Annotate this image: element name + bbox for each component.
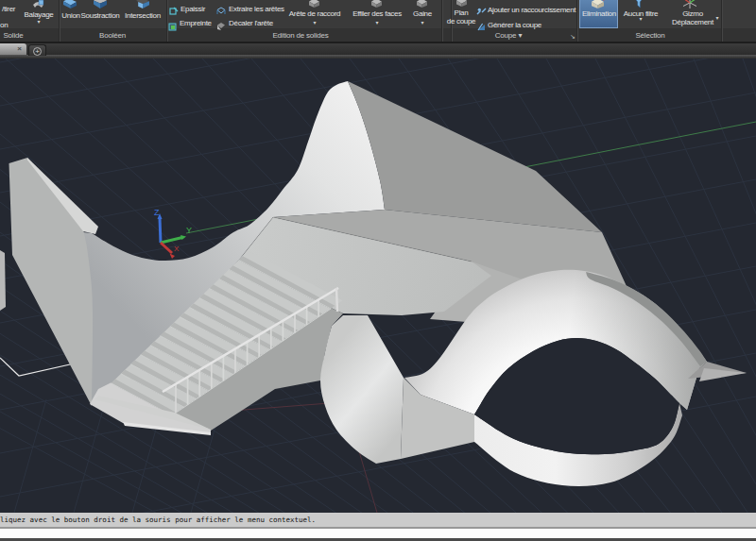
ribbon-group-separator bbox=[721, 0, 722, 42]
ribbon-group-title-text: Coupe bbox=[495, 31, 517, 40]
ribbon-group-title-text: Solide bbox=[3, 31, 23, 40]
ribbon-group-separator bbox=[576, 0, 577, 42]
gaine-icon bbox=[415, 0, 429, 12]
ribbon-group-separator bbox=[59, 0, 60, 42]
effiler-des-faces-icon bbox=[369, 0, 384, 12]
gizmo-icon bbox=[681, 0, 698, 14]
dropdown-arrow-icon[interactable]: ▾ bbox=[419, 21, 426, 25]
left-edge-solid-sliver bbox=[0, 250, 6, 311]
dropdown-arrow-icon[interactable]: ▾ bbox=[637, 17, 644, 21]
ribbon-group-title-text: Sélection bbox=[635, 31, 664, 40]
decaler-larete-icon bbox=[216, 18, 226, 35]
soustraction-icon bbox=[93, 0, 108, 13]
svg-text:X: X bbox=[174, 245, 180, 253]
ribbon: Solide/tireronBalayage▾BooléenUnionSoust… bbox=[0, 0, 756, 43]
ribbon-button-generer-la-coupe[interactable]: Générer la coupe bbox=[488, 21, 554, 29]
ribbon-button-ajouter-un-raccourcissement[interactable]: Ajouter un raccourcissement bbox=[488, 6, 577, 14]
intersection-icon bbox=[135, 0, 150, 13]
plan-de-coupe-icon bbox=[455, 0, 469, 11]
ribbon-button-extrusion[interactable]: on bbox=[0, 21, 13, 29]
aucun-filtre-icon bbox=[631, 0, 646, 13]
plus-icon: + bbox=[33, 47, 42, 56]
button-label-line2: Déplacement bbox=[669, 18, 716, 26]
dialog-launcher-icon[interactable]: ↘ bbox=[570, 33, 576, 40]
ribbon-button-extraire-les-aretes[interactable]: Extraire les arêtes bbox=[229, 5, 285, 13]
ribbon-button-decaler-larete[interactable]: Décaler l'arête bbox=[229, 19, 282, 27]
ribbon-group-title-booleen: Booléen bbox=[75, 30, 150, 42]
3d-viewport[interactable]: ZYX bbox=[0, 59, 756, 513]
ribbon-group-title-coupe[interactable]: Coupe ▾ bbox=[480, 30, 537, 42]
command-history-line: liquez avec le bouton droit de la souris… bbox=[0, 513, 756, 527]
generer-la-coupe-icon bbox=[476, 19, 487, 36]
arete-de-raccord-icon bbox=[307, 0, 321, 12]
dropdown-arrow-icon[interactable]: ▾ bbox=[311, 21, 318, 25]
file-tab-bar: × + bbox=[0, 43, 756, 59]
union-icon bbox=[62, 0, 77, 13]
ribbon-button-epaissir[interactable]: Epaissir bbox=[180, 5, 218, 13]
ribbon-button-empreinte[interactable]: Empreinte bbox=[180, 19, 221, 27]
group-dropdown-arrow-icon[interactable]: ▾ bbox=[516, 31, 522, 40]
svg-text:Y: Y bbox=[186, 226, 192, 235]
command-input[interactable] bbox=[0, 529, 756, 538]
ribbon-group-title-text: Booléen bbox=[99, 31, 126, 40]
ribbon-group-title-edition-de-solides: Edition de solides bbox=[244, 30, 357, 42]
autocad-window: Solide/tireronBalayage▾BooléenUnionSoust… bbox=[0, 0, 756, 541]
new-drawing-tab-button[interactable]: + bbox=[28, 44, 46, 56]
empreinte-icon bbox=[168, 18, 178, 35]
dropdown-arrow-icon[interactable]: ▾ bbox=[713, 16, 721, 20]
ribbon-group-title-selection: Sélection bbox=[612, 30, 688, 42]
ribbon-group-separator bbox=[166, 0, 167, 42]
svg-text:Z: Z bbox=[154, 208, 160, 217]
elimination-icon bbox=[590, 0, 606, 14]
dropdown-arrow-icon[interactable]: ▾ bbox=[373, 21, 381, 25]
close-tab-icon[interactable]: × bbox=[17, 44, 22, 54]
drawing-tab[interactable]: × bbox=[0, 43, 26, 55]
ribbon-group-title-text: Edition de solides bbox=[272, 31, 328, 40]
balayage-icon bbox=[31, 0, 45, 12]
ribbon-group-title-solide: Solide bbox=[0, 30, 32, 42]
dropdown-arrow-icon[interactable]: ▾ bbox=[35, 20, 43, 24]
